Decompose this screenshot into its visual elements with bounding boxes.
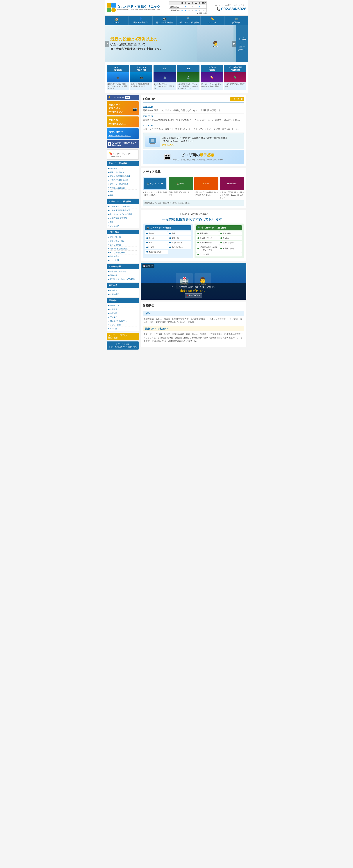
list-item[interactable]: ピロリ菌専門外来	[108, 251, 137, 254]
fb-follow-bar[interactable]: 👍 フォローする 155	[107, 95, 139, 100]
nav-home[interactable]: 🏠 HOME	[105, 16, 129, 25]
list-item[interactable]: 胃がんリスク検診（ABC検診）	[108, 277, 137, 281]
promo-link[interactable]: 詳細はこちら→	[162, 144, 176, 146]
capsule-banner[interactable]: 💊 痛くない・苦しくない カプセル内視鏡	[107, 149, 139, 160]
nav-gastro[interactable]: 📷 胃カメラ 胃内視鏡	[153, 16, 176, 25]
list-item[interactable]: リンク集	[108, 327, 137, 331]
list-item[interactable]: 大腸内視鏡 前前置置	[108, 216, 137, 220]
nav-clinic[interactable]: 👤 医院・院長紹介	[129, 16, 153, 25]
pylori-link-3[interactable]: ピロリ菌検査	[108, 244, 121, 246]
colon-link-4[interactable]: 大腸内視鏡 前前置置	[108, 217, 127, 219]
pylori-mother-banner[interactable]: 👪 ピロリ菌の母子感染 〜子供に感染させない為にも妊娠前に除菌しましょう〜	[143, 150, 244, 164]
youtube-button[interactable]: ▶ 見る YouTube	[185, 293, 202, 298]
list-item[interactable]: 麻酔による苦しくない	[108, 170, 137, 174]
colon-link-5[interactable]: 料金	[108, 221, 114, 223]
service-card-nbi[interactable]: NBI 🔬 NBI検査が可能な「LUCERA ELITE」導入医院	[154, 65, 176, 90]
list-item[interactable]: 従来の内視鏡との比較	[108, 178, 137, 182]
pylori-link-5[interactable]: ピロリ菌専門外来	[108, 251, 125, 253]
gastro-link-3[interactable]: 胃カメラ超経鏡内視鏡検	[108, 175, 130, 177]
clinic-link-1[interactable]: 院長あいさつ	[108, 305, 121, 307]
banner-contact[interactable]: お問い合わせ メールフォームはこちら→	[107, 128, 139, 139]
pylori-link-7[interactable]: テレビ出演	[108, 259, 119, 261]
facebook-section[interactable]: f なもと内科・胃腸クリニック Facebook	[107, 140, 139, 148]
list-item[interactable]: テレビ出演	[108, 258, 137, 262]
other-link-3[interactable]: 胃がんリスク検診（ABC検診）	[108, 278, 136, 280]
list-item[interactable]: 胃の病気	[108, 288, 137, 292]
service-card-gastro[interactable]: 胃カメラ 胃内視鏡 📷 最新の鼻からのBLI搭載カメラ 口からのNBI、BLI搭…	[107, 65, 129, 90]
list-item[interactable]: 2分でわかる除菌検査	[108, 247, 137, 251]
gastro-link-4[interactable]: 従来の内視鏡との比較	[108, 179, 128, 181]
list-item[interactable]: 料金	[108, 220, 137, 224]
list-item[interactable]: 初めておいしの方へ	[108, 319, 137, 323]
gastro-link-1[interactable]: 当院の胃カメラ	[108, 167, 123, 169]
list-item[interactable]: 診療項目	[108, 307, 137, 311]
list-item[interactable]: 交通案内	[108, 315, 137, 319]
list-item[interactable]: 胃カメラ超経鏡内視鏡検	[108, 174, 137, 178]
list-item[interactable]: 大腸カメラ・大腸内視鏡	[108, 205, 137, 209]
service-card-pylori[interactable]: ピロリ菌専門医 の除菌治療 🦠 ピロリ菌専門医による除菌治療	[224, 65, 246, 90]
pylori-link-6[interactable]: 後遺の流れ	[108, 255, 119, 257]
gastro-link-6[interactable]: 早期がん発見症例	[108, 187, 125, 189]
symptoms-gastro-title: 📷 ① 胃カメラ・胃内視鏡	[145, 225, 191, 230]
list-item[interactable]: 後遺の流れ	[108, 254, 137, 258]
service-card-bli-header: BLI	[177, 65, 199, 72]
nav-colon[interactable]: 🔍 大腸カメラ 大腸内視鏡	[177, 16, 201, 25]
notice-more-button[interactable]: お知らせ一覧	[230, 97, 244, 101]
list-item[interactable]: 早期がん発見症例	[108, 186, 137, 190]
service-card-bli[interactable]: BLI 🔬 NBIに匹敵する富士フイルムの光学技術NBIとBLIを使用するクリニ…	[177, 65, 199, 90]
pylori-link-4[interactable]: 2分でわかる除菌検査	[108, 248, 128, 250]
list-item[interactable]: BLI	[108, 190, 137, 193]
list-item[interactable]: ピロリ菌とは	[108, 235, 137, 239]
nav-pylori[interactable]: ✏️ ピロリ菌	[201, 16, 224, 25]
clinic-link-3[interactable]: 診療時間	[108, 312, 117, 314]
gastro-link-7[interactable]: BLI	[108, 191, 113, 193]
pylori-link-1[interactable]: ピロリ菌とは	[108, 236, 121, 238]
clinic-link-2[interactable]: 診療項目	[108, 308, 117, 310]
banner-constipation[interactable]: 便秘外来 WEB予約はこちら→	[107, 117, 139, 127]
banner-contact-link[interactable]: メールフォームはこちら→	[108, 134, 137, 137]
banner-constipation-link[interactable]: WEB予約はこちら→	[108, 123, 137, 125]
list-item[interactable]: 診療時間	[108, 311, 137, 315]
gastro-link-8[interactable]: 料金	[108, 194, 114, 196]
list-item[interactable]: 料金	[108, 193, 137, 197]
gastro-link-2[interactable]: 麻酔による苦しくない	[108, 171, 128, 173]
clinic-link-5[interactable]: 初めておいしの方へ	[108, 320, 127, 322]
promo-banner[interactable]: ピロリ菌感染が2分で判定できる最新の機器「尿素呼気試験用機器『POConePlu…	[143, 133, 244, 149]
list-item[interactable]: 苦しくないカプセル内視鏡	[108, 212, 137, 216]
illness-link-2[interactable]: 大腸の病気	[108, 293, 119, 295]
radicle-section[interactable]: レディカル 福岡 レディカル医療のメディカル情報	[107, 341, 139, 349]
illness-link-1[interactable]: 胃の病気	[108, 289, 117, 291]
gastro-link-5[interactable]: 胃カメラ・経口内視鏡	[108, 183, 128, 185]
bullet-icon	[169, 237, 171, 239]
list-item[interactable]: テレビ出演	[108, 224, 137, 227]
colon-link-3[interactable]: 苦しくないカプセル内視鏡	[108, 213, 132, 215]
hero-next-button[interactable]: ▶	[232, 41, 236, 47]
list-item[interactable]: 便秘外来	[108, 273, 137, 277]
list-item[interactable]: 胃カメラ・経口内視鏡	[108, 182, 137, 186]
list-item[interactable]: ピロリ菌検査	[108, 243, 137, 247]
list-item[interactable]: ピロリ菌母子感染	[108, 239, 137, 243]
clinic-link-6[interactable]: メディア掲載	[108, 324, 121, 326]
colon-link-2[interactable]: 二酸化炭素送気装置装置	[108, 209, 130, 211]
pylori-link-2[interactable]: ピロリ菌母子感染	[108, 240, 125, 242]
list-item[interactable]: メディア掲載	[108, 323, 137, 327]
service-card-colon[interactable]: 大腸カメラ 大腸内視鏡 📷 二酸化炭素送気装置搭載 NBI搭載大腸カメラ	[130, 65, 153, 90]
other-link-2[interactable]: 便秘外来	[108, 274, 117, 276]
colon-link-1[interactable]: 大腸カメラ・大腸内視鏡	[108, 206, 130, 208]
list-item[interactable]: 院長あいさつ	[108, 304, 137, 307]
other-link-1[interactable]: 健康診断・企業検診	[108, 271, 127, 273]
phone-number[interactable]: 📞 092-834-5028	[216, 7, 246, 11]
pylori-highlight: 母子感染	[200, 153, 214, 157]
clinic-link-4[interactable]: 交通案内	[108, 316, 117, 318]
banner-gastro[interactable]: 胃カメラ・大腸カメラ 📷 WEB予約はこちら→	[107, 101, 139, 115]
list-item[interactable]: 当院の胃カメラ	[108, 166, 137, 170]
service-card-capsule[interactable]: カプセル 内視鏡 💊 痛くない・苦しくない薬が飲めない大腸内視鏡検査	[201, 65, 223, 90]
list-item[interactable]: 健康診断・企業検診	[108, 270, 137, 273]
bullet-icon	[146, 242, 148, 243]
list-item[interactable]: 二酸化炭素送気装置装置	[108, 209, 137, 212]
nav-access[interactable]: 🚌 交通案内	[224, 16, 248, 25]
list-item[interactable]: 大腸の病気	[108, 292, 137, 296]
clinic-link-7[interactable]: リンク集	[108, 328, 117, 330]
colon-link-6[interactable]: テレビ出演	[108, 225, 119, 227]
dot: ●	[188, 5, 190, 8]
